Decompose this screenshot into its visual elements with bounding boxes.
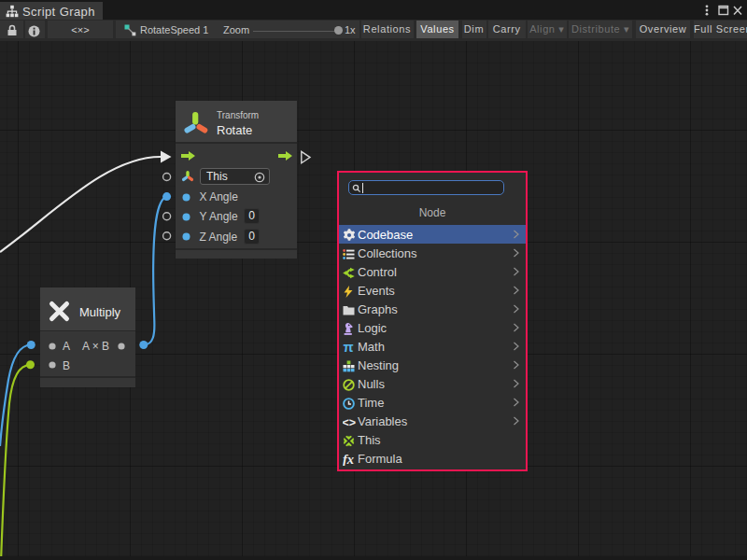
svg-text:π: π (344, 342, 354, 354)
svg-text:<>: <> (343, 416, 356, 428)
svg-text:fx: fx (343, 453, 354, 466)
